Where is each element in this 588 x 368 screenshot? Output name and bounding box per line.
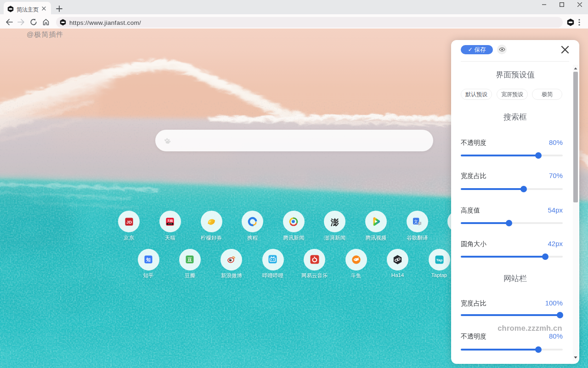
svg-text:澎: 澎 <box>330 218 339 227</box>
svg-text:文: 文 <box>414 219 418 224</box>
svg-text:豆: 豆 <box>187 257 192 262</box>
svg-text:知: 知 <box>146 257 151 262</box>
svg-text:A: A <box>419 222 421 224</box>
svg-text:JD: JD <box>126 219 132 224</box>
svg-text:天猫: 天猫 <box>167 219 174 223</box>
svg-text:Tap: Tap <box>436 258 442 262</box>
